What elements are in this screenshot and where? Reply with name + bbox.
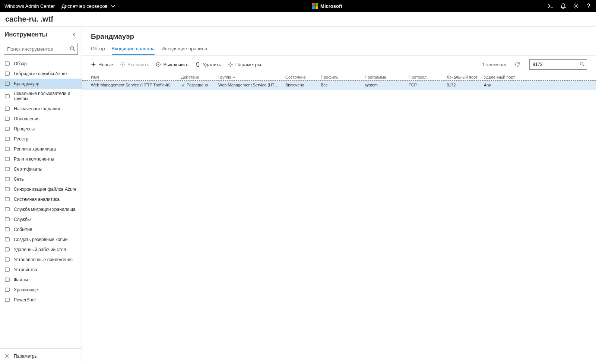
svg-rect-17 [5,167,9,171]
tool-icon [4,61,10,66]
check-icon [181,83,185,87]
cell-profile: Все [318,83,362,88]
sidebar-item[interactable]: Процессы [0,124,82,134]
svg-rect-18 [5,177,9,181]
svg-rect-15 [5,147,9,151]
svg-rect-24 [5,238,9,241]
table-row[interactable]: Web Management Service (HTTP Traffic-In)… [82,81,596,90]
col-name[interactable]: Имя [82,75,179,79]
disable-button[interactable]: Выключить [156,62,188,67]
tools-search [4,43,78,55]
plus-icon [91,62,96,67]
sidebar-item[interactable]: Служба миграции хранилища [0,204,82,214]
disable-label: Выключить [163,62,188,67]
search-icon [70,46,76,52]
col-group[interactable]: Группа [216,75,283,79]
sidebar-item[interactable]: Локальные пользователи и группы [0,89,82,104]
svg-rect-20 [5,197,9,201]
bell-icon[interactable] [560,3,566,9]
sidebar-item[interactable]: Обзор [0,58,82,69]
svg-rect-11 [5,107,9,110]
help-icon[interactable] [586,3,592,9]
tab-inbound[interactable]: Входящие правила [112,46,155,55]
enable-button[interactable]: Включить [120,62,149,67]
col-action[interactable]: Действие [179,75,216,79]
page-title: Брандмауэр [91,32,587,41]
cell-action-label: Разрешено [187,83,208,87]
sidebar-item-label: PowerShell [14,297,37,303]
svg-rect-3 [316,6,318,9]
col-protocol[interactable]: Протокол [406,75,444,79]
grid-header: Имя Действие Группа Состояние Профиль Пр… [82,73,596,81]
cell-local-port: 8172 [444,83,482,88]
sidebar-item-label: Сертификаты [14,167,42,172]
gear-icon [228,62,233,67]
col-remote-port[interactable]: Удаленный порт [482,75,596,79]
ms-logo-icon [312,3,318,9]
sidebar-item[interactable]: Сертификаты [0,164,82,174]
settings-label: Параметры [235,62,261,67]
sidebar-item-label: Роли и компоненты [14,156,54,162]
sidebar-item[interactable]: Хранилище [0,285,82,295]
sidebar-item[interactable]: Брандмауэр [0,79,82,89]
tool-icon [4,71,10,76]
refresh-icon[interactable] [514,61,520,67]
sidebar-item[interactable]: Реплика хранилища [0,144,82,154]
sidebar-item[interactable]: Установленные приложения [0,254,82,265]
sidebar-item[interactable]: Сеть [0,174,82,184]
filter-input[interactable] [529,59,587,70]
sidebar-item[interactable]: Гибридные службы Azure [0,69,82,79]
svg-rect-10 [5,94,9,98]
sidebar-item-label: Параметры [14,354,38,359]
sidebar-item[interactable]: Синхронизация файлов Azure [0,184,82,194]
sidebar-item-settings[interactable]: Параметры [0,351,82,361]
sidebar-item[interactable]: PowerShell [0,295,82,305]
topbar: Windows Admin Center Диспетчер серверов … [0,0,596,12]
tools-search-input[interactable] [4,43,78,55]
sidebar-item[interactable]: Реестр [0,134,82,144]
col-program[interactable]: Программа [362,75,406,79]
context-switcher[interactable]: Диспетчер серверов [61,3,116,9]
sidebar-item[interactable]: Системная аналитика [0,194,82,204]
collapse-sidebar-icon[interactable] [72,32,77,37]
tab-outbound[interactable]: Исходящие правила [161,46,207,55]
sidebar-item[interactable]: Назначенные задания [0,104,82,114]
tool-icon [4,176,10,182]
server-name-p1: cache-ru. [5,15,38,23]
sort-asc-icon [232,76,236,79]
col-state[interactable]: Состояние [283,75,318,79]
delete-button[interactable]: Удалить [195,62,221,67]
console-icon[interactable] [548,3,554,9]
sidebar-item-label: Брандмауэр [14,81,39,86]
sidebar-item[interactable]: Файлы [0,275,82,285]
col-profile[interactable]: Профиль [318,75,362,79]
tool-icon [4,196,10,202]
svg-rect-2 [312,6,315,9]
svg-rect-30 [5,298,9,301]
new-button[interactable]: Новые [91,62,113,67]
sidebar-item-label: Реплика хранилища [14,146,56,152]
sidebar-item[interactable]: Создать резервные копии [0,234,82,244]
tab-overview[interactable]: Обзор [91,46,105,55]
sidebar-item[interactable]: Удаленный рабочий стол [0,244,82,254]
cell-action: Разрешено [179,83,216,88]
col-group-label: Группа [218,75,231,79]
sidebar-item[interactable]: Устройства [0,265,82,275]
tool-icon [4,237,10,242]
sidebar-item-label: Локальные пользователи и группы [14,91,77,101]
app-brand[interactable]: Windows Admin Center [4,3,55,9]
sidebar-header: Инструменты [0,27,82,41]
col-local-port[interactable]: Локальный порт [444,75,482,79]
tool-icon [4,247,10,252]
cell-state: Включено [283,83,318,88]
sidebar-item[interactable]: События [0,224,82,234]
sidebar-item-label: Гибридные службы Azure [14,71,67,76]
gear-icon[interactable] [573,3,579,9]
sidebar-item-label: Хранилище [14,287,38,292]
sidebar-item[interactable]: Роли и компоненты [0,154,82,164]
sidebar: Инструменты ОбзорГибридные службы AzureБ… [0,27,82,363]
settings-button[interactable]: Параметры [228,62,261,67]
svg-rect-14 [5,137,9,140]
sidebar-item[interactable]: Обновления [0,114,82,124]
sidebar-item[interactable]: Службы [0,214,82,224]
